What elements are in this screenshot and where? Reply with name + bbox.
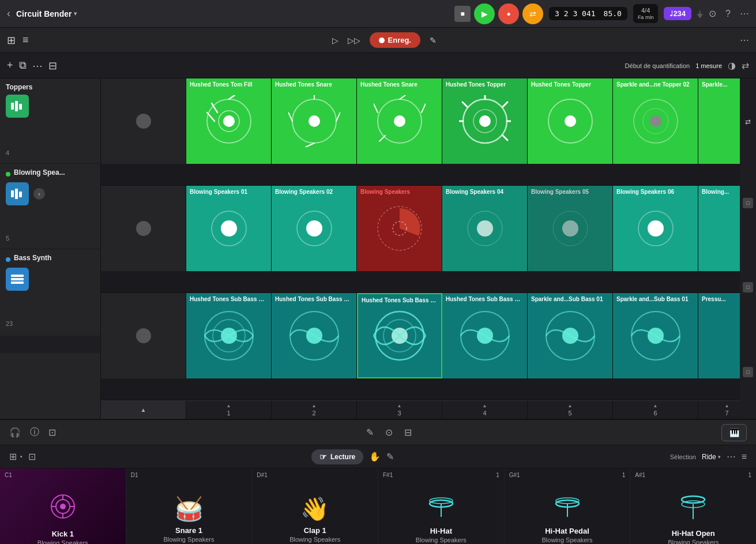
grid-cell-s1[interactable]: Hushed Tones Sub Bass 02 xyxy=(186,293,272,378)
svg-rect-1 xyxy=(15,101,18,111)
col-num-3[interactable]: ▲3 xyxy=(357,401,442,419)
grid-cell-b4[interactable]: Blowing Speakers 04 xyxy=(442,186,528,271)
back-button[interactable]: ‹ xyxy=(7,7,10,20)
grid-cell-b1[interactable]: Blowing Speakers 01 xyxy=(186,186,272,271)
grid-cell-t3[interactable]: Hushed Tones Snare xyxy=(357,78,442,164)
col-num-2[interactable]: ▲2 xyxy=(272,401,357,419)
bvt-panel-icon[interactable]: ⊡ xyxy=(28,451,36,462)
col-num-5[interactable]: ▲5 xyxy=(528,401,613,419)
pencil-icon[interactable]: ✎ xyxy=(430,36,437,45)
stop-button[interactable]: ■ xyxy=(454,6,471,22)
pad-snare1[interactable]: D1 🥁 Snare 1 Blowing Speakers xyxy=(126,468,253,544)
edge-arrow-expand[interactable]: ⇄ xyxy=(745,118,751,126)
list-view-icon[interactable]: ≡ xyxy=(22,34,29,46)
track-dot-bass xyxy=(6,257,10,262)
grid-cell-t0[interactable] xyxy=(101,78,186,164)
grid-cell-s3-active[interactable]: Hushed Tones Sub Bass 02 xyxy=(357,293,442,378)
layout-icon[interactable]: ⊡ xyxy=(48,427,56,438)
track-toppers: Toppers 4 xyxy=(0,78,100,164)
col-num-7[interactable]: ▲7 xyxy=(698,401,740,419)
pad-hihat[interactable]: F#1 1 Hi-Hat Blowing Speakers xyxy=(378,468,505,544)
bvt-grid-icon[interactable]: ⊞ xyxy=(9,451,17,462)
svg-point-22 xyxy=(394,115,405,127)
clock-bt-icon[interactable]: ⊙ xyxy=(385,427,393,438)
grid-cell-t6[interactable]: Sparkle and...ne Topper 02 xyxy=(613,78,698,164)
slider-bt-icon[interactable]: ⊟ xyxy=(404,427,412,438)
grid-cell-t4[interactable]: Hushed Tones Topper xyxy=(442,78,528,164)
bvt-hand-icon[interactable]: ✋ xyxy=(369,451,381,462)
track-expand-arrow[interactable]: › xyxy=(33,188,45,200)
pad-hihat-open[interactable]: A#1 1 Hi-Hat Open Blowing Speakers xyxy=(630,468,756,544)
grid-cell-t2[interactable]: Hushed Tones Snare xyxy=(272,78,357,164)
history-icon[interactable]: ⊙ xyxy=(709,8,716,19)
help-icon[interactable]: ? xyxy=(725,9,731,19)
bt-center: ✎ ⊙ ⊟ xyxy=(65,427,712,438)
bvt-dot-menu[interactable]: • xyxy=(20,453,22,460)
loop-button[interactable]: ⇄ xyxy=(522,3,543,24)
col-num-4[interactable]: ▲4 xyxy=(442,401,528,419)
grid-cell-s6[interactable]: Sparkle and...Sub Bass 01 xyxy=(613,293,698,378)
play-button[interactable]: ▶ xyxy=(474,3,495,24)
grid-cell-s0[interactable] xyxy=(101,293,186,378)
grid-cell-b2[interactable]: Blowing Speakers 02 xyxy=(272,186,357,271)
kick1-icon xyxy=(48,492,77,526)
selection-value[interactable]: Ride ▾ xyxy=(702,453,721,461)
pad-hihat-pedal[interactable]: G#1 1 Hi-Hat Pedal Blowing Speakers xyxy=(505,468,631,544)
sec-more-icon[interactable]: ⋯ xyxy=(740,35,749,46)
grid-cell-b6[interactable]: Blowing Speakers 06 xyxy=(613,186,698,271)
grid-row-bass: Hushed Tones Sub Bass 02 Hushed Tones Su… xyxy=(101,293,740,400)
pad-clap1[interactable]: D#1 👋 Clap 1 Blowing Speakers xyxy=(252,468,378,544)
filter-icon[interactable]: ⊟ xyxy=(48,59,57,72)
grid-cell-s2[interactable]: Hushed Tones Sub Bass 02 xyxy=(272,293,357,378)
enreg-button[interactable]: Enreg. xyxy=(370,32,420,48)
copy-icon[interactable]: ⧉ xyxy=(19,59,27,72)
grid-cell-t1[interactable]: Hushed Tones Tom Fill xyxy=(186,78,272,164)
record-button[interactable]: ● xyxy=(498,3,519,24)
step-play-icon[interactable]: ▷▷ xyxy=(348,36,360,45)
moon-icon[interactable]: ◑ xyxy=(728,60,736,71)
pad-kick1[interactable]: C1 Kick 1 Blowing Speakers xyxy=(0,468,126,544)
svg-point-16 xyxy=(309,115,320,127)
col-num-1[interactable]: ▲1 xyxy=(186,401,272,419)
grid-cell-s5[interactable]: Sparkle and...Sub Bass 01 xyxy=(528,293,613,378)
sec-bar-center: ▷ ▷▷ Enreg. ✎ xyxy=(36,32,733,48)
grid-cell-s7[interactable]: Pressu... xyxy=(698,293,740,378)
track-toppers-icon[interactable] xyxy=(6,95,29,118)
bvt-more-icon[interactable]: ⋯ xyxy=(727,451,736,462)
sec-bar-left: ⊞ ≡ xyxy=(7,34,29,47)
pencil-bt-icon[interactable]: ✎ xyxy=(366,427,374,438)
play-head-icon[interactable]: ▷ xyxy=(332,36,338,45)
track-bass-icon[interactable] xyxy=(6,268,29,291)
grid-cell-s4[interactable]: Hushed Tones Sub Bass 01 xyxy=(442,293,528,378)
edge-square-1[interactable]: □ xyxy=(743,198,753,208)
track-blowing-icon[interactable] xyxy=(6,182,29,205)
scale-badge[interactable]: ♩234 xyxy=(664,7,691,20)
grid-cell-t5[interactable]: Hushed Tones Topper xyxy=(528,78,613,164)
edge-square-2[interactable]: □ xyxy=(743,282,753,292)
grid-cell-b7[interactable]: Blowing... xyxy=(698,186,740,271)
project-name[interactable]: Circuit Bender ▾ xyxy=(16,9,77,18)
grid-cell-b3-active[interactable]: Blowing Speakers xyxy=(357,186,442,271)
headphones-icon[interactable]: 🎧 xyxy=(9,427,21,438)
pad-grid: C1 Kick 1 Blowing Speakers D1 🥁 Snare 1 xyxy=(0,468,756,544)
counter-display: 3 2 3 041 85.0 xyxy=(549,7,627,20)
grid-view-icon[interactable]: ⊞ xyxy=(7,34,16,47)
lecture-button[interactable]: ☞ Lecture xyxy=(311,449,363,464)
bvt-pencil-icon[interactable]: ✎ xyxy=(386,451,394,462)
add-icon[interactable]: + xyxy=(7,59,13,72)
info-icon[interactable]: ⓘ xyxy=(30,426,39,438)
grid-cell-b5[interactable]: Blowing Speakers 05 xyxy=(528,186,613,271)
grid-cell-t7[interactable]: Sparkle... xyxy=(698,78,740,164)
col-num-6[interactable]: ▲6 xyxy=(613,401,698,419)
piano-button[interactable]: 🎹 xyxy=(721,424,747,441)
hihat-open-icon xyxy=(679,493,708,526)
toolbar-more-icon[interactable]: ⋯ xyxy=(32,59,43,72)
edge-square-3[interactable]: □ xyxy=(743,367,753,377)
bvt-menu-icon[interactable]: ≡ xyxy=(742,452,747,462)
arrows-icon[interactable]: ⇄ xyxy=(742,60,749,71)
svg-line-17 xyxy=(288,112,292,121)
more-icon[interactable]: ⋯ xyxy=(740,8,749,19)
svg-point-37 xyxy=(565,115,576,127)
tune-icon[interactable]: ⏚ xyxy=(697,9,703,19)
grid-cell-b0[interactable] xyxy=(101,186,186,271)
